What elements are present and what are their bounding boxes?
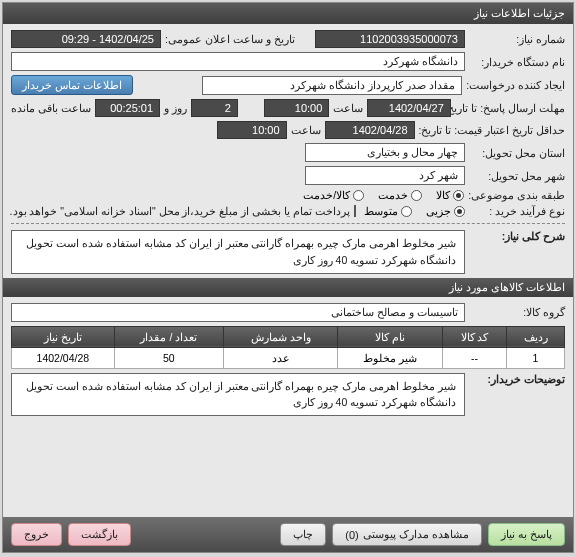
col-header: ردیف <box>507 326 565 347</box>
col-header: کد کالا <box>442 326 506 347</box>
radio-dot <box>353 190 364 201</box>
radio-label: کالا/خدمت <box>303 189 350 201</box>
back-button[interactable]: بازگشت <box>68 523 131 546</box>
details-window: جزئیات اطلاعات نیاز شماره نیاز: 11020039… <box>2 2 574 553</box>
deliver-prov-value: چهار محال و بختیاری <box>305 143 465 162</box>
need-description: شیر مخلوط اهرمی مارک چیره بهمراه گارانتی… <box>11 230 465 274</box>
radio-dot <box>454 206 465 217</box>
countdown-timer: 00:25:01 <box>95 99 160 117</box>
contact-info-button[interactable]: اطلاعات تماس خریدار <box>11 75 133 95</box>
class-label: طبقه بندی موضوعی: <box>468 189 565 201</box>
requester-value: مقداد صدر کارپرداز دانشگاه شهرکرد <box>202 76 462 95</box>
reply-button[interactable]: پاسخ به نیاز <box>488 523 565 546</box>
days-label: روز و <box>164 102 187 114</box>
days-remaining: 2 <box>191 99 238 117</box>
buyer-note-label: توضیحات خریدار: <box>469 373 565 385</box>
class-radio-0[interactable]: کالا <box>436 189 464 201</box>
cell-qty: 50 <box>114 347 223 368</box>
radio-label: کالا <box>436 189 450 201</box>
class-radio-1[interactable]: خدمت <box>378 189 422 201</box>
buyer-label: نام دستگاه خریدار: <box>469 56 565 68</box>
pub-datetime-value: 1402/04/25 - 09:29 <box>11 30 161 48</box>
separator <box>11 223 565 224</box>
group-label: گروه کالا: <box>469 306 565 318</box>
pub-datetime-label: تاریخ و ساعت اعلان عمومی: <box>165 33 311 45</box>
deliver-prov-label: استان محل تحویل: <box>469 147 565 159</box>
radio-dot <box>401 206 412 217</box>
need-no-label: شماره نیاز: <box>469 33 565 45</box>
col-header: واحد شمارش <box>223 326 337 347</box>
validity-time: 10:00 <box>217 121 287 139</box>
class-radio-2[interactable]: کالا/خدمت <box>303 189 364 201</box>
attachments-button[interactable]: مشاهده مدارک پیوستی (0) <box>332 523 482 546</box>
desc-title-label: شرح کلی نیاز: <box>469 230 565 242</box>
process-radio-group: جزییمتوسط <box>364 205 465 217</box>
deadline-label: مهلت ارسال پاسخ: تا تاریخ: <box>455 102 565 114</box>
items-table: ردیفکد کالانام کالاواحد شمارشتعداد / مقد… <box>11 326 565 369</box>
time-label-2: ساعت <box>291 124 321 136</box>
cell-code: -- <box>442 347 506 368</box>
process-label: نوع فرآیند خرید : <box>469 205 565 217</box>
cell-name: شیر مخلوط <box>338 347 443 368</box>
col-header: تعداد / مقدار <box>114 326 223 347</box>
attachments-count: (0) <box>345 529 358 541</box>
buyer-note: شیر مخلوط اهرمی مارک چیره بهمراه گارانتی… <box>11 373 465 417</box>
deadline-time: 10:00 <box>264 99 329 117</box>
deliver-city-label: شهر محل تحویل: <box>469 170 565 182</box>
radio-label: خدمت <box>378 189 408 201</box>
remain-label: ساعت باقی مانده <box>11 102 91 114</box>
payment-note: پرداخت تمام یا بخشی از مبلغ خرید،از محل … <box>10 205 350 217</box>
requester-label: ایجاد کننده درخواست: <box>466 79 565 91</box>
content-area: شماره نیاز: 1102003935000073 تاریخ و ساع… <box>3 24 573 517</box>
treasury-checkbox[interactable] <box>354 205 356 217</box>
cell-date: 1402/04/28 <box>12 347 115 368</box>
buyer-value: دانشگاه شهرکرد <box>11 52 465 71</box>
attachments-label: مشاهده مدارک پیوستی <box>363 528 469 541</box>
table-row[interactable]: 1--شیر مخلوطعدد501402/04/28 <box>12 347 565 368</box>
deliver-city-value: شهر کرد <box>305 166 465 185</box>
window-title: جزئیات اطلاعات نیاز <box>3 3 573 24</box>
col-header: تاریخ نیاز <box>12 326 115 347</box>
col-header: نام کالا <box>338 326 443 347</box>
validity-label: حداقل تاریخ اعتبار قیمت: تا تاریخ: <box>419 124 565 136</box>
print-button[interactable]: چاپ <box>280 523 326 546</box>
cell-idx: 1 <box>507 347 565 368</box>
need-no-value: 1102003935000073 <box>315 30 465 48</box>
items-section-title: اطلاعات کالاهای مورد نیاز <box>3 278 573 297</box>
group-value: تاسیسات و مصالح ساختمانی <box>11 303 465 322</box>
radio-dot <box>411 190 422 201</box>
radio-dot <box>453 190 464 201</box>
class-radio-group: کالاخدمتکالا/خدمت <box>303 189 464 201</box>
validity-date: 1402/04/28 <box>325 121 415 139</box>
proc-radio-0[interactable]: جزیی <box>426 205 465 217</box>
deadline-date: 1402/04/27 <box>367 99 450 117</box>
time-label-1: ساعت <box>333 102 363 114</box>
exit-button[interactable]: خروج <box>11 523 62 546</box>
radio-label: متوسط <box>364 205 398 217</box>
radio-label: جزیی <box>426 205 451 217</box>
proc-radio-1[interactable]: متوسط <box>364 205 412 217</box>
cell-unit: عدد <box>223 347 337 368</box>
footer-bar: پاسخ به نیاز مشاهده مدارک پیوستی (0) چاپ… <box>3 517 573 552</box>
